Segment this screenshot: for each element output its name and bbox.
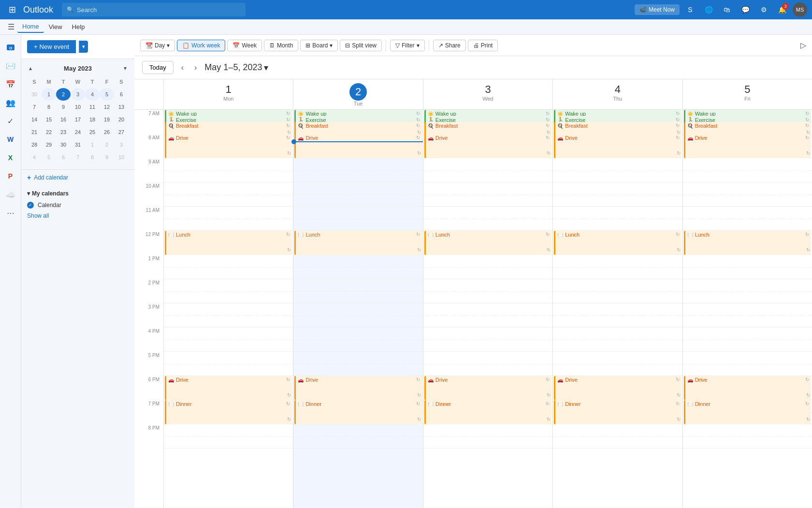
sidebar-icon-people[interactable]: 👥 bbox=[2, 94, 19, 111]
day-column-may3[interactable]: ☀️Wake up↻🏃Exercise↻🍳Breakfast↻↻🚗Drive↻↻… bbox=[423, 110, 552, 508]
day-col-header-may2[interactable]: 2Tue bbox=[293, 79, 422, 109]
mini-cal-day[interactable]: 7 bbox=[27, 101, 42, 113]
mini-cal-day[interactable]: 6 bbox=[114, 88, 129, 101]
edge-icon-btn[interactable]: 🌐 bbox=[701, 2, 716, 17]
meet-now-button[interactable]: 📹 Meet Now bbox=[635, 4, 680, 15]
day-column-may4[interactable]: ☀️Wake up↻🏃Exercise↻🍳Breakfast↻↻🚗Drive↻↻… bbox=[552, 110, 682, 508]
sidebar-icon-word[interactable]: W bbox=[2, 131, 19, 148]
mini-cal-day[interactable]: 28 bbox=[27, 138, 42, 151]
day-col-header-may4[interactable]: 4Thu bbox=[552, 79, 682, 109]
sidebar-icon-more[interactable]: ⋯ bbox=[2, 204, 19, 222]
event-drive[interactable]: 🚗Drive↻ bbox=[294, 134, 421, 158]
day-view-button[interactable]: 📆 Day ▾ bbox=[140, 40, 175, 51]
mini-cal-day[interactable]: 3 bbox=[114, 138, 129, 151]
mini-cal-day[interactable]: 29 bbox=[42, 138, 56, 151]
mini-cal-day[interactable]: 26 bbox=[100, 126, 114, 138]
mini-cal-day[interactable]: 18 bbox=[85, 113, 100, 126]
today-button[interactable]: Today bbox=[142, 61, 174, 74]
mini-cal-day[interactable]: 22 bbox=[42, 126, 56, 138]
mini-cal-day[interactable]: 9 bbox=[56, 101, 71, 113]
mini-cal-day[interactable]: 1 bbox=[42, 88, 56, 101]
expand-button[interactable]: ▷ bbox=[800, 41, 806, 50]
sidebar-icon-mail[interactable]: ✉️ bbox=[2, 57, 19, 75]
month-view-button[interactable]: 🗓 Month bbox=[264, 40, 298, 51]
add-calendar-item[interactable]: + Add calendar bbox=[21, 169, 134, 185]
search-box[interactable]: 🔍 bbox=[62, 3, 246, 16]
sidebar-icon-tasks[interactable]: ✓ bbox=[2, 112, 19, 130]
sidebar-icon-excel[interactable]: X bbox=[2, 149, 19, 166]
event-lunch[interactable]: 🍽️Lunch↻ bbox=[165, 231, 292, 255]
menu-help[interactable]: Help bbox=[67, 21, 90, 32]
day-col-header-may1[interactable]: 1Mon bbox=[163, 79, 293, 109]
mini-cal-day[interactable]: 15 bbox=[42, 113, 56, 126]
event-lunch[interactable]: 🍽️Lunch↻ bbox=[424, 231, 551, 255]
prev-week-button[interactable]: ‹ bbox=[178, 61, 187, 74]
mini-cal-day[interactable]: 30 bbox=[56, 138, 71, 151]
event-lunch[interactable]: 🍽️Lunch↻ bbox=[684, 231, 811, 255]
notification-icon-btn[interactable]: 🔔 3 bbox=[774, 2, 790, 17]
mini-cal-day[interactable]: 3 bbox=[71, 88, 85, 101]
mini-cal-day[interactable]: 13 bbox=[114, 101, 129, 113]
split-view-button[interactable]: ⊟ Split view bbox=[340, 40, 382, 51]
menu-home[interactable]: Home bbox=[17, 21, 44, 33]
mini-cal-day[interactable]: 17 bbox=[71, 113, 85, 126]
sidebar-icon-onedrive[interactable]: ☁️ bbox=[2, 186, 19, 203]
event-drive[interactable]: 🚗Drive↻ bbox=[424, 134, 551, 158]
waffle-icon[interactable]: ⊞ bbox=[5, 4, 19, 15]
mini-cal-day[interactable]: 4 bbox=[27, 151, 42, 164]
next-week-button[interactable]: › bbox=[191, 61, 200, 74]
day-column-may2[interactable]: ☀️Wake up↻🏃Exercise↻🍳Breakfast↻↻🚗Drive↻↻… bbox=[293, 110, 422, 508]
mini-cal-day[interactable]: 9 bbox=[100, 151, 114, 164]
mini-cal-day[interactable]: 10 bbox=[114, 151, 129, 164]
mini-cal-day[interactable]: 1 bbox=[85, 138, 100, 151]
hamburger-button[interactable]: ☰ bbox=[5, 20, 17, 33]
sidebar-icon-outlook[interactable]: O bbox=[2, 39, 19, 56]
day-col-header-may5[interactable]: 5Fri bbox=[682, 79, 812, 109]
mini-cal-day[interactable]: 5 bbox=[100, 88, 114, 101]
mini-cal-day[interactable]: 16 bbox=[56, 113, 71, 126]
event-lunch[interactable]: 🍽️Lunch↻ bbox=[294, 231, 421, 255]
event-dinner[interactable]: 🍽️Dinner↻ bbox=[684, 400, 811, 424]
mini-cal-day[interactable]: 8 bbox=[85, 151, 100, 164]
mini-cal-day[interactable]: 7 bbox=[71, 151, 85, 164]
mini-cal-day[interactable]: 2 bbox=[56, 88, 71, 101]
mini-cal-day[interactable]: 12 bbox=[100, 101, 114, 113]
mini-cal-day[interactable]: 25 bbox=[85, 126, 100, 138]
sidebar-icon-calendar[interactable]: 📅 bbox=[2, 75, 19, 93]
board-view-button[interactable]: ⊞ Board ▾ bbox=[300, 40, 338, 51]
event-dinner[interactable]: 🍽️Dinner↻ bbox=[554, 400, 681, 424]
day-column-may5[interactable]: ☀️Wake up↻🏃Exercise↻🍳Breakfast↻↻🚗Drive↻↻… bbox=[682, 110, 812, 508]
mini-cal-day[interactable]: 2 bbox=[100, 138, 114, 151]
new-event-button[interactable]: + New event bbox=[27, 40, 76, 53]
print-button[interactable]: 🖨 Print bbox=[468, 40, 498, 51]
mini-cal-prev-button[interactable]: ▴ bbox=[27, 64, 34, 73]
day-column-may1[interactable]: ☀️Wake up↻🏃Exercise↻🍳Breakfast↻↻🚗Drive↻↻… bbox=[163, 110, 293, 508]
mini-cal-day[interactable]: 30 bbox=[27, 88, 42, 101]
skype-icon-btn[interactable]: S bbox=[682, 2, 698, 17]
event-dinner[interactable]: 🍽️Dinner↻ bbox=[294, 400, 421, 424]
mini-cal-day[interactable]: 14 bbox=[27, 113, 42, 126]
mini-cal-day[interactable]: 27 bbox=[114, 126, 129, 138]
event-drive[interactable]: 🚗Drive↻ bbox=[554, 376, 681, 400]
week-view-button[interactable]: 📅 Week bbox=[227, 40, 261, 51]
store-icon-btn[interactable]: 🛍 bbox=[719, 2, 735, 17]
event-drive[interactable]: 🚗Drive↻ bbox=[165, 376, 292, 400]
mini-cal-day[interactable]: 31 bbox=[71, 138, 85, 151]
show-all-link[interactable]: Show all bbox=[27, 210, 129, 221]
event-drive[interactable]: 🚗Drive↻ bbox=[165, 134, 292, 158]
event-drive[interactable]: 🚗Drive↻ bbox=[554, 134, 681, 158]
event-drive[interactable]: 🚗Drive↻ bbox=[684, 134, 811, 158]
menu-view[interactable]: View bbox=[44, 21, 67, 32]
event-drive[interactable]: 🚗Drive↻ bbox=[684, 376, 811, 400]
mini-cal-day[interactable]: 8 bbox=[42, 101, 56, 113]
mini-cal-day[interactable]: 23 bbox=[56, 126, 71, 138]
user-avatar[interactable]: MS bbox=[793, 2, 807, 17]
mini-cal-day[interactable]: 5 bbox=[42, 151, 56, 164]
mini-cal-day[interactable]: 6 bbox=[56, 151, 71, 164]
date-range-title[interactable]: May 1–5, 2023 ▾ bbox=[204, 62, 268, 73]
event-lunch[interactable]: 🍽️Lunch↻ bbox=[554, 231, 681, 255]
my-calendars-header[interactable]: ▾ My calendars bbox=[27, 187, 129, 200]
mini-cal-day[interactable]: 19 bbox=[100, 113, 114, 126]
calendar-item-main[interactable]: ✓ Calendar bbox=[27, 200, 129, 210]
mini-cal-day[interactable]: 11 bbox=[85, 101, 100, 113]
